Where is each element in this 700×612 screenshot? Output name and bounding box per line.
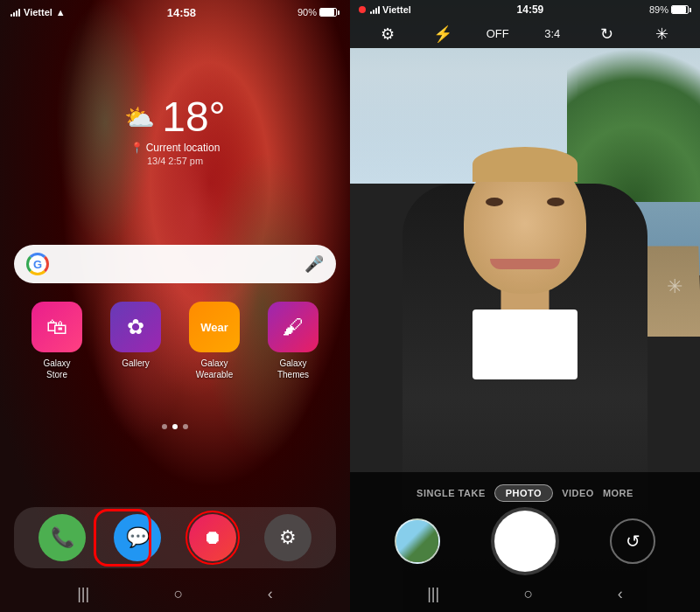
dock-messages[interactable]: 💬 [114, 514, 161, 561]
carrier-name-left: Viettel [24, 7, 52, 17]
dock-screen-recorder[interactable]: ⏺ [189, 514, 236, 561]
flip-camera-icon: ↺ [626, 531, 640, 552]
camera-settings-icon[interactable]: ⚙ [374, 24, 402, 44]
flip-icon[interactable]: ↻ [593, 24, 621, 44]
cam-status-bar: Viettel 14:59 89% [350, 0, 700, 19]
batt-fill-r [672, 6, 686, 13]
location-pin-icon: 📍 [130, 142, 144, 154]
carrier-right: Viettel [359, 4, 411, 15]
mouth [490, 259, 560, 269]
gallery-label: Gallery [122, 358, 150, 369]
gallery-thumbnail[interactable] [395, 518, 440, 564]
nav-back-left[interactable]: ‹ [268, 585, 273, 603]
mode-photo[interactable]: PHOTO [494, 484, 553, 502]
rbar4 [378, 6, 380, 14]
phone-left: Viettel ▲ 14:58 90% ⛅ 18° 📍 Current loca… [0, 0, 350, 612]
rbar2 [373, 10, 374, 14]
mode-more[interactable]: MORE [603, 488, 634, 498]
weather-icon: ⛅ [124, 103, 155, 132]
page-dot-2 [172, 424, 178, 429]
page-dot-1 [162, 424, 167, 429]
galaxy-themes-label: GalaxyThemes [277, 358, 309, 380]
camera-bottom: SINGLE TAKE PHOTO VIDEO MORE ↺ ||| ○ ‹ [350, 472, 700, 612]
carrier-name-right: Viettel [382, 4, 411, 15]
aspect-ratio-icon[interactable]: 3:4 [538, 27, 566, 40]
shutter-row: ↺ [350, 511, 700, 572]
dock-phone[interactable]: 📞 [38, 514, 86, 561]
bar2 [13, 12, 15, 17]
recording-dot [359, 6, 366, 13]
camera-flip-button[interactable]: ↺ [610, 518, 655, 564]
nav-recent-right[interactable]: ||| [427, 585, 439, 603]
temperature: 18° [162, 96, 226, 138]
weather-widget: ⛅ 18° 📍 Current location 13/4 2:57 pm [124, 96, 226, 166]
battery-icon-right [671, 5, 691, 14]
battery-right: 89% [649, 4, 691, 15]
battery-left: 90% [298, 7, 340, 17]
microphone-icon[interactable]: 🎤 [304, 254, 324, 274]
nav-recent-left[interactable]: ||| [77, 585, 89, 603]
nav-bar-right: ||| ○ ‹ [350, 585, 700, 603]
galaxy-store-label: GalaxyStore [43, 358, 70, 380]
trees-right [567, 49, 700, 202]
battery-percent-left: 90% [298, 7, 317, 17]
timer-icon[interactable]: OFF [484, 27, 512, 40]
app-grid: 🛍 GalaxyStore ✿ Gallery Wear GalaxyWeara… [0, 302, 350, 380]
filter-icon[interactable]: ✳ [648, 24, 676, 44]
app-item-gallery[interactable]: ✿ Gallery [105, 302, 166, 380]
nav-bar-left: ||| ○ ‹ [0, 585, 350, 603]
bar3 [16, 10, 18, 17]
camera-topbar: Viettel 14:59 89% ⚙ ⚡ OFF 3:4 ↻ ✳ [350, 0, 700, 48]
carrier-left: Viettel ▲ [10, 7, 66, 17]
google-g-letter: G [33, 258, 42, 271]
google-logo: G [26, 253, 49, 275]
batt-outline-r [671, 5, 689, 14]
batt-tip [338, 10, 340, 15]
page-dot-3 [183, 424, 188, 429]
signal-icon [10, 8, 20, 17]
app-item-galaxy-wearable[interactable]: Wear GalaxyWearable [184, 302, 245, 380]
galaxy-themes-icon[interactable]: 🖌 [268, 302, 318, 352]
location-text: Current location [146, 142, 220, 154]
signal-icon-right [370, 5, 380, 14]
batt-tip-r [690, 8, 691, 12]
left-statusbar: Viettel ▲ 14:58 90% [0, 0, 350, 24]
person-shirt [472, 309, 578, 379]
battery-icon-left [319, 8, 340, 17]
wifi-icon: ▲ [56, 7, 66, 17]
dock-settings[interactable]: ⚙ [264, 514, 312, 561]
left-eye [486, 198, 503, 206]
bar4 [18, 9, 20, 17]
batt-fill [320, 9, 334, 16]
galaxy-store-icon[interactable]: 🛍 [32, 302, 82, 352]
bar1 [10, 14, 12, 17]
nav-home-right[interactable]: ○ [524, 585, 534, 603]
person-hair [472, 147, 578, 182]
phone-right: ✳ Viettel 14:59 89% [350, 0, 700, 612]
app-item-galaxy-themes[interactable]: 🖌 GalaxyThemes [262, 302, 324, 380]
mode-selector: SINGLE TAKE PHOTO VIDEO MORE [350, 472, 700, 511]
page-dots [162, 424, 188, 429]
gallery-icon[interactable]: ✿ [110, 302, 161, 352]
app-item-galaxy-store[interactable]: 🛍 GalaxyStore [26, 302, 88, 380]
galaxy-wearable-label: GalaxyWearable [196, 358, 234, 380]
camera-icons-row: ⚙ ⚡ OFF 3:4 ↻ ✳ [350, 19, 700, 48]
nav-home-left[interactable]: ○ [174, 585, 184, 603]
weather-date: 13/4 2:57 pm [124, 156, 226, 166]
google-search-bar[interactable]: G 🎤 [14, 245, 336, 283]
flash-icon[interactable]: ⚡ [429, 24, 457, 44]
rbar3 [375, 8, 377, 14]
galaxy-wearable-icon[interactable]: Wear [189, 302, 240, 352]
time-left: 14:58 [167, 6, 196, 19]
nav-back-right[interactable]: ‹ [618, 585, 623, 603]
right-eye [547, 198, 564, 206]
rbar1 [370, 11, 372, 14]
mode-single-take[interactable]: SINGLE TAKE [416, 488, 486, 498]
time-right: 14:59 [517, 3, 544, 16]
mode-video[interactable]: VIDEO [562, 488, 594, 498]
battery-percent-right: 89% [649, 4, 668, 15]
shutter-button[interactable] [494, 511, 556, 572]
bottom-dock: 📞 💬 ⏺ ⚙ [14, 507, 336, 568]
batt-outline [319, 8, 337, 17]
person-face [464, 154, 586, 294]
